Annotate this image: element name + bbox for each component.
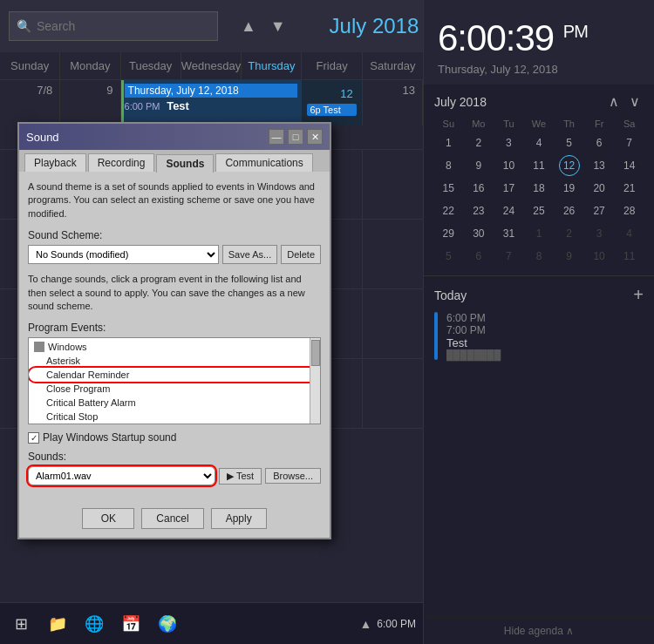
scrollbar-thumb	[311, 340, 320, 366]
mini-day-aug5[interactable]: 5	[438, 246, 459, 267]
dialog-title-controls: — □ ✕	[269, 129, 323, 145]
mini-day-16[interactable]: 16	[468, 178, 489, 199]
mini-day-27[interactable]: 27	[589, 200, 610, 221]
nav-up-button[interactable]: ▲	[235, 16, 262, 37]
ok-button[interactable]: OK	[82, 508, 134, 529]
day-cell-r2-7[interactable]	[363, 150, 423, 219]
mini-day-aug9[interactable]: 9	[559, 246, 580, 267]
event-title-label: Test	[167, 99, 189, 112]
mini-header-sa: Sa	[615, 117, 644, 131]
mini-day-aug4[interactable]: 4	[619, 223, 640, 244]
mini-prev-button[interactable]: ∧	[605, 93, 623, 110]
browser-button[interactable]: 🌐	[77, 607, 112, 641]
events-scrollbar[interactable]	[310, 338, 320, 424]
search-input[interactable]	[37, 19, 194, 33]
save-as-button[interactable]: Save As...	[222, 245, 278, 264]
event-calendar-reminder[interactable]: Calendar Reminder	[29, 368, 320, 382]
apply-button[interactable]: Apply	[211, 508, 267, 529]
tray-clock[interactable]: 6:00 PM	[377, 618, 416, 630]
mini-day-1[interactable]: 1	[438, 132, 459, 153]
delete-button[interactable]: Delete	[281, 245, 321, 264]
day-cell-14[interactable]: 13	[363, 80, 423, 125]
day-cell-13[interactable]: 12 6p Test	[302, 80, 362, 125]
day-cell-r5-7[interactable]	[363, 359, 423, 428]
mini-day-13[interactable]: 13	[589, 155, 610, 176]
mini-day-24[interactable]: 24	[498, 200, 519, 221]
mini-day-9[interactable]: 9	[468, 155, 489, 176]
mini-day-30[interactable]: 30	[468, 223, 489, 244]
mini-day-31[interactable]: 31	[498, 223, 519, 244]
mini-day-12[interactable]: 12	[559, 155, 580, 176]
tab-playback[interactable]: Playback	[24, 153, 86, 172]
mini-day-17[interactable]: 17	[498, 178, 519, 199]
agenda-event-subtitle: ████████	[446, 349, 501, 360]
day-cell-thu-block[interactable]: Thursday, July 12, 2018 6:00 PM Test	[121, 80, 303, 125]
event-asterisk[interactable]: Asterisk	[29, 354, 320, 368]
event-bar	[121, 80, 124, 125]
mini-day-11[interactable]: 11	[528, 155, 549, 176]
search-icon: 🔍	[17, 19, 31, 33]
file-explorer-button[interactable]: 📁	[40, 607, 75, 641]
mini-day-5[interactable]: 5	[559, 132, 580, 153]
mini-day-29[interactable]: 29	[438, 223, 459, 244]
agenda-title: Today	[434, 288, 467, 302]
search-box[interactable]: 🔍	[9, 11, 218, 41]
event-critical-battery[interactable]: Critical Battery Alarm	[29, 396, 320, 410]
scheme-select[interactable]: No Sounds (modified)	[28, 245, 219, 264]
mini-day-aug3[interactable]: 3	[589, 223, 610, 244]
start-button[interactable]: ⊞	[3, 607, 38, 641]
mini-day-10[interactable]: 10	[498, 155, 519, 176]
mini-day-aug2[interactable]: 2	[559, 223, 580, 244]
cancel-button[interactable]: Cancel	[141, 508, 203, 529]
mini-day-2[interactable]: 2	[468, 132, 489, 153]
tab-recording[interactable]: Recording	[88, 153, 155, 172]
mini-day-4[interactable]: 4	[528, 132, 549, 153]
mini-day-19[interactable]: 19	[559, 178, 580, 199]
dialog-close-button[interactable]: ✕	[307, 129, 323, 145]
day-cell-r4-7[interactable]	[363, 289, 423, 358]
globe-button[interactable]: 🌍	[150, 607, 185, 641]
mini-day-26[interactable]: 26	[559, 200, 580, 221]
agenda-add-button[interactable]: +	[633, 285, 644, 305]
mini-day-15[interactable]: 15	[438, 178, 459, 199]
mini-day-20[interactable]: 20	[589, 178, 610, 199]
event-close-program[interactable]: Close Program	[29, 382, 320, 396]
sound-file-select[interactable]: Alarm01.wav	[28, 466, 215, 485]
test-button[interactable]: ▶ Test	[219, 468, 262, 485]
dialog-maximize-button[interactable]: □	[288, 129, 303, 145]
mini-day-14[interactable]: 14	[619, 155, 640, 176]
dialog-minimize-button[interactable]: —	[269, 129, 284, 145]
mini-day-3[interactable]: 3	[498, 132, 519, 153]
tab-sounds[interactable]: Sounds	[156, 154, 214, 173]
browse-button[interactable]: Browse...	[265, 468, 321, 484]
event-critical-stop[interactable]: Critical Stop	[29, 410, 320, 424]
mini-day-aug11[interactable]: 11	[619, 246, 640, 267]
mini-day-aug8[interactable]: 8	[528, 246, 549, 267]
mini-day-23[interactable]: 23	[468, 200, 489, 221]
day-cell-r3-7[interactable]	[363, 220, 423, 288]
mini-day-aug10[interactable]: 10	[589, 246, 610, 267]
tab-communications[interactable]: Communications	[215, 153, 312, 172]
mini-day-aug7[interactable]: 7	[498, 246, 519, 267]
day-cell-9[interactable]: 9	[60, 80, 120, 125]
mini-cal-header: July 2018 ∧ ∨	[434, 93, 644, 110]
mini-day-22[interactable]: 22	[438, 200, 459, 221]
mini-day-25[interactable]: 25	[528, 200, 549, 221]
startup-checkbox[interactable]	[28, 432, 39, 444]
day-header-thursday: Thursday	[242, 52, 302, 79]
calendar-taskbar-button[interactable]: 📅	[113, 607, 148, 641]
nav-down-button[interactable]: ▼	[265, 16, 291, 37]
mini-day-28[interactable]: 28	[619, 200, 640, 221]
mini-day-aug6[interactable]: 6	[468, 246, 489, 267]
mini-day-aug1[interactable]: 1	[528, 223, 549, 244]
event-windows[interactable]: Windows	[29, 340, 320, 354]
day-cell-78[interactable]: 7/8	[0, 80, 60, 125]
up-arrow-icon[interactable]: ▲	[359, 617, 371, 631]
mini-day-18[interactable]: 18	[528, 178, 549, 199]
mini-day-6[interactable]: 6	[589, 132, 610, 153]
hide-agenda-button[interactable]: Hide agenda ∧	[424, 617, 654, 644]
mini-day-21[interactable]: 21	[619, 178, 640, 199]
mini-day-7[interactable]: 7	[619, 132, 640, 153]
mini-next-button[interactable]: ∨	[626, 93, 644, 110]
mini-day-8[interactable]: 8	[438, 155, 459, 176]
